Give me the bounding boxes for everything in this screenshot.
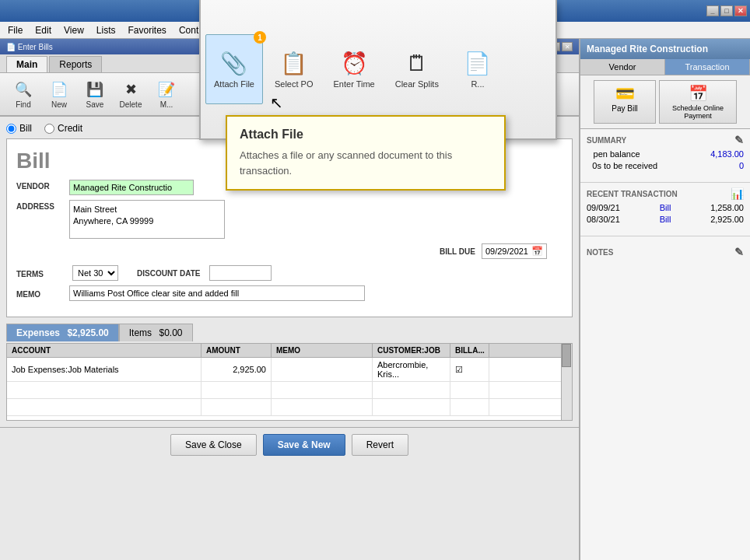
close-button[interactable]: ✕ [734, 5, 747, 16]
cell-memo[interactable] [272, 358, 373, 381]
notes-edit-icon[interactable]: ✎ [734, 246, 744, 258]
ribbon-popup[interactable]: 1 📎 Attach File 📋 Select PO ⏰ Enter Time [199, 0, 557, 140]
vendor-input[interactable] [69, 180, 194, 195]
grid-scrollbar[interactable] [561, 344, 572, 420]
col-billable: BILLA... [450, 344, 489, 357]
section-divider-2 [580, 236, 750, 236]
address-label: ADDRESS [16, 200, 63, 211]
grid-header: ACCOUNT AMOUNT MEMO CUSTOMER:JOB BILLA..… [7, 344, 572, 358]
recent-export-icon[interactable]: 📊 [731, 187, 744, 200]
attach-badge: 1 [254, 31, 266, 44]
tx-amount-1: 2,925.00 [710, 215, 744, 224]
cell-billable[interactable]: ☑ [450, 358, 489, 381]
right-panel-tabs: Vendor Transaction [580, 59, 750, 75]
clear-splits-button[interactable]: 🗒 Clear Splits [387, 34, 447, 104]
bill-radio[interactable] [6, 124, 16, 134]
credit-radio[interactable] [44, 124, 54, 134]
expense-grid: ACCOUNT AMOUNT MEMO CUSTOMER:JOB BILLA..… [6, 343, 573, 421]
new-button[interactable]: 📄 New [42, 75, 76, 113]
find-icon: 🔍 [14, 80, 33, 99]
terms-label: TERMS [16, 268, 63, 278]
bill-radio-label[interactable]: Bill [6, 123, 32, 134]
right-panel-header: Managed Rite Construction [580, 39, 750, 59]
table-row[interactable]: Job Expenses:Job Materials 2,925.00 Aber… [7, 358, 572, 382]
memo-label: MEMO [16, 288, 63, 299]
delete-button[interactable]: ✖ Delete [114, 75, 148, 113]
enter-time-button[interactable]: ⏰ Enter Time [325, 34, 384, 104]
summary-edit-icon[interactable]: ✎ [734, 134, 744, 146]
bill-due-date[interactable]: 09/29/2021 📅 [482, 243, 547, 259]
right-panel: Managed Rite Construction Vendor Transac… [579, 39, 750, 560]
memorize-button[interactable]: 📝 M... [149, 75, 184, 113]
calendar-icon[interactable]: 📅 [531, 246, 543, 257]
tx-type-0[interactable]: Bill [660, 203, 671, 212]
items-tab[interactable]: Items $0.00 [119, 324, 193, 341]
bottom-bar: Save & Close Save & New Revert [0, 427, 579, 462]
clear-splits-wrapper: 🗒 Clear Splits [387, 34, 447, 104]
menu-view[interactable]: View [59, 23, 89, 37]
ribbon-popup-tools: 1 📎 Attach File 📋 Select PO ⏰ Enter Time [201, 0, 555, 138]
tx-type-1[interactable]: Bill [660, 215, 671, 224]
tab-main[interactable]: Main [6, 56, 47, 72]
r-button[interactable]: 📄 R... [450, 34, 505, 104]
bill-paper: Bill VENDOR ADDRESS Main Street Anywhere… [6, 138, 573, 317]
summary-section: SUMMARY ✎ Open balance 4,183.00 P0s to b… [580, 129, 750, 177]
menu-favorites[interactable]: Favorites [124, 23, 171, 37]
pos-to-receive-label: P0s to be received [587, 161, 657, 170]
recent-transactions-section: RECENT TRANSACTION 📊 09/09/21 Bill 1,258… [580, 187, 750, 231]
address-row: ADDRESS Main Street Anywhere, CA 99999 [16, 200, 562, 239]
save-close-button[interactable]: Save & Close [170, 434, 257, 456]
expense-tabs-row: Expenses $2,925.00 Items $0.00 [6, 324, 573, 341]
revert-button[interactable]: Revert [352, 434, 408, 456]
save-button[interactable]: 💾 Save [78, 75, 112, 113]
cell-amount[interactable]: 2,925.00 [202, 358, 272, 381]
attach-file-wrapper: 1 📎 Attach File [205, 34, 263, 104]
menu-edit[interactable]: Edit [30, 23, 56, 37]
table-row [7, 399, 572, 416]
summary-title: SUMMARY ✎ [587, 134, 744, 146]
memo-row: MEMO [16, 285, 562, 301]
cell-customer-job[interactable]: Abercrombie, Kris... [373, 358, 450, 381]
select-po-icon: 📋 [280, 51, 307, 76]
tx-date-1: 08/30/21 [587, 215, 620, 224]
discount-date-input[interactable] [209, 265, 272, 281]
r-icon: 📄 [464, 51, 491, 76]
tab-reports[interactable]: Reports [49, 56, 102, 72]
tx-amount-0: 1,258.00 [710, 203, 744, 212]
notes-section: NOTES ✎ [580, 241, 750, 263]
expenses-tab[interactable]: Expenses $2,925.00 [6, 324, 119, 341]
pos-to-receive-value: 0 [739, 161, 744, 170]
tab-vendor[interactable]: Vendor [580, 59, 665, 75]
notes-title: NOTES ✎ [587, 246, 744, 258]
bill-due-label: BILL DUE [440, 247, 475, 256]
maximize-button[interactable]: □ [720, 5, 733, 16]
menu-file[interactable]: File [3, 23, 27, 37]
credit-radio-label[interactable]: Credit [44, 123, 82, 134]
find-button[interactable]: 🔍 Find [6, 75, 40, 113]
save-icon: 💾 [86, 80, 104, 99]
enter-time-icon: ⏰ [341, 51, 368, 76]
pay-bill-button[interactable]: 💳 Pay Bill [594, 80, 656, 124]
schedule-online-payment-button[interactable]: 📅 Schedule Online Payment [659, 80, 737, 124]
minimize-button[interactable]: _ [706, 5, 719, 16]
menu-lists[interactable]: Lists [92, 23, 121, 37]
discount-date-label: DISCOUNT DATE [137, 269, 200, 278]
open-balance-label: Open balance [587, 149, 640, 159]
tab-transaction[interactable]: Transaction [665, 59, 750, 75]
attach-file-button[interactable]: 1 📎 Attach File [205, 34, 263, 104]
r-button-wrapper: 📄 R... [450, 34, 505, 104]
col-customer-job: CUSTOMER:JOB [373, 344, 450, 357]
select-po-button[interactable]: 📋 Select PO [266, 34, 322, 104]
vendor-label: VENDOR [16, 180, 63, 191]
inner-close-button[interactable]: ✕ [562, 42, 573, 51]
cell-account[interactable]: Job Expenses:Job Materials [7, 358, 202, 381]
col-memo: MEMO [272, 344, 373, 357]
terms-select[interactable]: Net 30 [72, 265, 118, 281]
save-new-button[interactable]: Save & New [263, 434, 345, 456]
tx-date-0: 09/09/21 [587, 203, 620, 212]
col-amount: AMOUNT [202, 344, 272, 357]
scroll-thumb[interactable] [562, 344, 571, 367]
recent-transaction-1: 08/30/21 Bill 2,925.00 [587, 215, 744, 224]
memo-input[interactable] [69, 285, 365, 301]
vendor-row: VENDOR [16, 180, 562, 195]
